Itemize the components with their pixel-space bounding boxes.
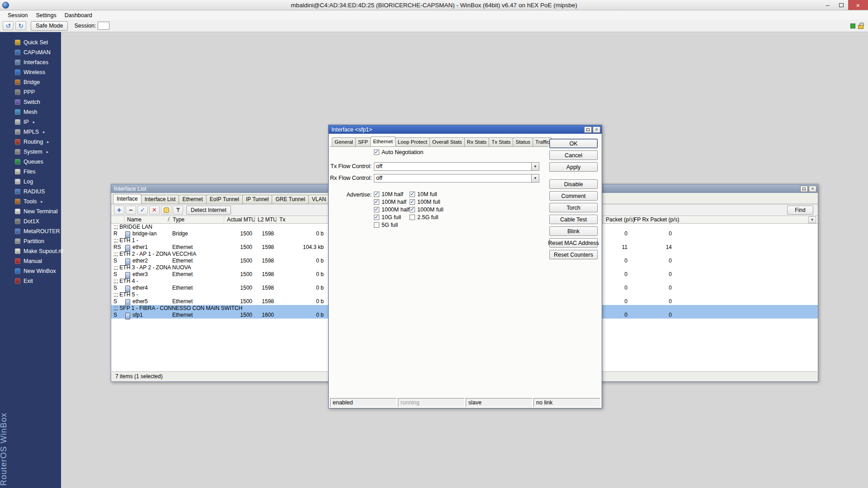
dropdown-arrow-icon[interactable]: ▼	[531, 163, 539, 170]
tab[interactable]: Ethernet	[179, 195, 206, 204]
remove-button[interactable]: −	[126, 206, 136, 215]
column-header-packet[interactable]: Packet (p/s)	[603, 216, 635, 224]
menu-item[interactable]: Settings	[32, 11, 60, 19]
advertise-option[interactable]: 1000M full	[410, 206, 443, 212]
column-header-l2-mtu[interactable]: L2 MTU	[255, 216, 277, 224]
tab[interactable]: Interface List	[141, 195, 179, 204]
sidebar-item[interactable]: IP ▸	[0, 117, 61, 127]
sidebar-item[interactable]: Exit	[0, 276, 61, 286]
sidebar-item[interactable]: Bridge	[0, 77, 61, 87]
ok-button[interactable]: OK	[549, 139, 598, 148]
advertise-option[interactable]: 1000M half	[374, 206, 410, 212]
advertise-option[interactable]: 2.5G full	[410, 214, 443, 220]
sidebar-item[interactable]: Manual	[0, 256, 61, 266]
menu-item[interactable]: Session	[4, 11, 32, 19]
maximize-button[interactable]	[835, 0, 848, 10]
sidebar-item[interactable]: System ▸	[0, 147, 61, 157]
comment-button[interactable]: Comment	[549, 191, 598, 201]
tab[interactable]: General	[332, 137, 356, 146]
tab[interactable]: EoIP Tunnel	[206, 195, 243, 204]
sidebar-item[interactable]: Make Supout.rif	[0, 246, 61, 256]
undo-button[interactable]: ↺	[3, 21, 14, 30]
sidebar-item[interactable]: Routing ▸	[0, 137, 61, 147]
safe-mode-button[interactable]: Safe Mode	[31, 21, 68, 31]
dialog-titlebar[interactable]: Interface <sfp1> ×	[329, 125, 602, 134]
column-header-name[interactable]: Name	[124, 216, 142, 224]
column-header-type[interactable]: Type	[170, 216, 184, 224]
sidebar-item[interactable]: Wireless	[0, 67, 61, 77]
sidebar-item[interactable]: MPLS ▸	[0, 127, 61, 137]
dialog-close-button[interactable]: ×	[593, 127, 600, 133]
sidebar-item[interactable]: Switch	[0, 97, 61, 107]
sidebar-item[interactable]: Queues	[0, 157, 61, 167]
sidebar-item[interactable]: RADIUS	[0, 187, 61, 197]
tx-flow-control-select[interactable]: off ▼	[374, 162, 539, 171]
reset-mac-address-button[interactable]: Reset MAC Address	[549, 238, 598, 248]
menu-item[interactable]: Dashboard	[61, 11, 96, 19]
tab[interactable]: Ethernet	[370, 136, 395, 146]
window-restore-button[interactable]	[800, 186, 808, 192]
advertise-option[interactable]: 5G full	[374, 222, 410, 228]
advertise-option[interactable]: 10M full	[410, 191, 443, 197]
filter-button[interactable]	[173, 206, 183, 215]
cable-test-button[interactable]: Cable Test	[549, 215, 598, 224]
minimize-button[interactable]: –	[821, 0, 835, 10]
sidebar-item[interactable]: Partition	[0, 236, 61, 246]
auto-negotiation-checkbox[interactable]: Auto Negotiation	[374, 149, 423, 155]
sidebar-item[interactable]: CAPsMAN	[0, 47, 61, 57]
disable-button[interactable]: ✕	[149, 206, 160, 215]
dialog-restore-button[interactable]	[584, 127, 592, 133]
enable-button[interactable]: ✓	[137, 206, 148, 215]
tab[interactable]: Loop Protect	[395, 137, 430, 146]
sidebar-item[interactable]: Dot1X	[0, 216, 61, 226]
redo-button[interactable]: ↻	[15, 21, 26, 30]
disable-button[interactable]: Disable	[549, 179, 598, 189]
row-comment: ;;; ETH 1 -	[113, 237, 138, 244]
sidebar-item-label: MetaROUTER	[24, 228, 60, 235]
sidebar-item[interactable]: Files	[0, 167, 61, 177]
cancel-button[interactable]: Cancel	[549, 150, 598, 160]
column-header-fp-rx-packet[interactable]: FP Rx Packet (p/s)	[631, 216, 679, 224]
tab[interactable]: Interface	[113, 194, 142, 204]
tab[interactable]: IP Tunnel	[242, 195, 272, 204]
column-select-button[interactable]: ▼	[808, 216, 816, 223]
sidebar-item[interactable]: Tools ▸	[0, 197, 61, 206]
window-close-button[interactable]: ×	[809, 186, 816, 192]
sidebar-item[interactable]: Interfaces	[0, 57, 61, 67]
sidebar-item[interactable]: New Terminal	[0, 206, 61, 216]
sidebar-item[interactable]: MetaROUTER	[0, 226, 61, 236]
session-input[interactable]	[98, 22, 109, 30]
rx-flow-control-select[interactable]: off ▼	[374, 174, 539, 183]
close-button[interactable]: ×	[848, 0, 868, 10]
sidebar-item[interactable]: New WinBox	[0, 266, 61, 276]
advertise-option[interactable]: 10G full	[374, 214, 410, 220]
main-titlebar[interactable]: mbaldini@C4:AD:34:ED:4D:25 (BIORICERCHE-…	[0, 0, 868, 10]
sidebar-item[interactable]: PPP	[0, 87, 61, 97]
tab[interactable]: VLAN	[308, 195, 330, 204]
advertise-option[interactable]: 100M half	[374, 199, 410, 205]
sidebar-item[interactable]: Log	[0, 177, 61, 187]
advertise-option[interactable]: 100M full	[410, 199, 443, 205]
advertise-option-label: 100M full	[417, 199, 440, 205]
column-header-flags[interactable]	[111, 216, 124, 224]
tab[interactable]: Status	[513, 137, 533, 146]
comment-button[interactable]	[161, 206, 171, 215]
torch-button[interactable]: Torch	[549, 203, 598, 212]
dropdown-arrow-icon[interactable]: ▼	[531, 174, 539, 182]
apply-button[interactable]: Apply	[549, 162, 598, 172]
sidebar-item[interactable]: Mesh	[0, 107, 61, 117]
column-header-actual-mtu[interactable]: Actual MTU	[224, 216, 255, 224]
sidebar-item[interactable]: Quick Set	[0, 38, 61, 47]
tab[interactable]: Overall Stats	[429, 137, 465, 146]
tab[interactable]: Tx Stats	[489, 137, 513, 146]
column-header-tx[interactable]: Tx	[276, 216, 285, 224]
reset-counters-button[interactable]: Reset Counters	[549, 250, 598, 259]
add-button[interactable]: +	[114, 206, 124, 215]
detect-internet-button[interactable]: Detect Internet	[186, 206, 231, 215]
advertise-option[interactable]: 10M half	[374, 191, 410, 197]
find-button[interactable]: Find	[787, 206, 813, 215]
tab[interactable]: SFP	[355, 137, 371, 146]
tab[interactable]: GRE Tunnel	[272, 195, 308, 204]
blink-button[interactable]: Blink	[549, 226, 598, 236]
tab[interactable]: Rx Stats	[464, 137, 489, 146]
